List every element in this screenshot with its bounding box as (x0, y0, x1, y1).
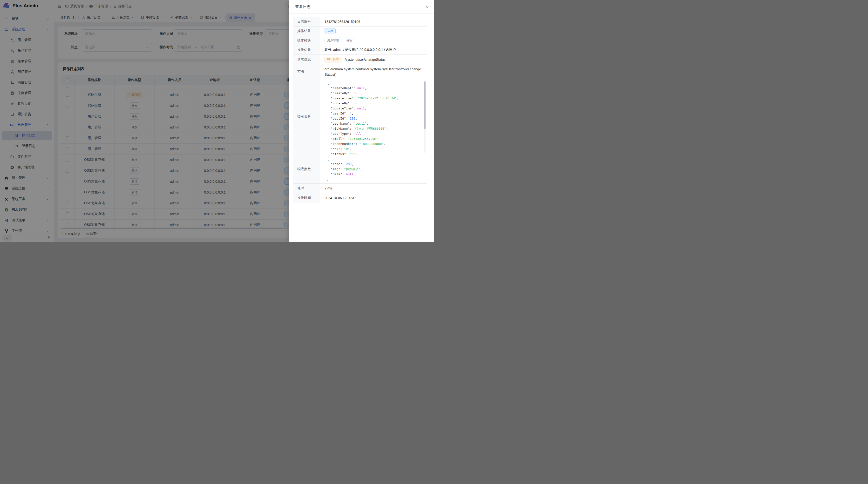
json-line: } (323, 177, 427, 182)
json-punct: , (367, 122, 369, 125)
log-id-value: 1842781986426159106 (324, 20, 360, 24)
json-punct: : (353, 86, 357, 90)
json-key: "userId" (331, 111, 346, 115)
json-value: "test1" (353, 122, 367, 125)
detail-row-response-params: 响应参数 {"code": 200,"msg": "操作成功","data": … (293, 155, 427, 184)
json-punct: : (344, 137, 348, 140)
json-key: "updateTime" (331, 106, 353, 110)
json-key: "createBy" (331, 91, 350, 95)
log-detail-table: 日志编号 1842781986426159106 操作结果 成功 操作模块 用户… (293, 17, 427, 203)
json-value: null (357, 106, 365, 110)
http-method-tag: PUT请求 (324, 57, 341, 62)
json-punct: { (327, 81, 329, 85)
detail-row-info: 操作信息 账号: admin / 研发部门 / 0:0:0:0:0:0:0:1 … (293, 45, 427, 55)
json-line: "nickName": "仅本人 密码666666", (323, 126, 427, 131)
json-value: null (353, 101, 361, 105)
json-punct: : (346, 117, 350, 120)
json-line: "createDept": null, (323, 86, 427, 91)
json-punct: : (340, 167, 344, 171)
json-key: "deptId" (331, 117, 346, 120)
request-url-value: /system/user/changeStatus (345, 58, 385, 61)
json-value: null (353, 132, 361, 135)
json-punct: } (327, 178, 329, 181)
detail-row-method: 方法 org.dromara.system.controller.system.… (293, 64, 427, 79)
operation-time-value: 2024-10-06 12:20:37 (324, 196, 356, 200)
json-punct: : (346, 152, 350, 155)
operation-type-tag: 修改 (344, 38, 355, 43)
detail-label: 操作结果 (293, 27, 320, 36)
json-punct: : (350, 101, 353, 105)
detail-row-module: 操作模块 用户管理 修改 (293, 36, 427, 45)
detail-label: 请求信息 (293, 55, 320, 64)
detail-row-result: 操作结果 成功 (293, 27, 427, 36)
json-value: "18888888888" (359, 142, 383, 146)
json-key: "userType" (331, 132, 350, 135)
json-value: 102 (350, 117, 355, 120)
close-icon[interactable] (425, 5, 429, 9)
json-value: "操作成功" (344, 167, 361, 171)
drawer-header: 查看日志 (289, 0, 434, 14)
detail-label: 操作信息 (293, 45, 320, 55)
json-line: { (323, 80, 427, 86)
json-punct: , (365, 106, 367, 110)
json-line: "userType": null, (323, 131, 427, 136)
json-key: "createTime" (331, 96, 353, 100)
json-value: null (353, 91, 361, 95)
operation-info-value: 账号: admin / 研发部门 / 0:0:0:0:0:0:0:1 / 内网I… (324, 48, 396, 52)
detail-row-request-params: 请求参数 {"createDept": null,"createBy": nul… (293, 79, 427, 155)
json-value: "0" (350, 152, 355, 155)
detail-label: 请求参数 (293, 79, 320, 155)
json-line: { (323, 156, 427, 161)
detail-label: 日志编号 (293, 17, 320, 26)
json-scrollbar-thumb[interactable] (424, 82, 426, 129)
json-line: "sex": "0", (323, 146, 427, 151)
detail-label: 响应参数 (293, 155, 320, 184)
response-params-json: {"code": 200,"msg": "操作成功","data": null} (323, 156, 427, 182)
json-punct: , (350, 147, 351, 151)
json-line: "phonenumber": "18888888888", (323, 141, 427, 146)
drawer-title: 查看日志 (295, 4, 311, 9)
cost-value: 7 ms (324, 186, 332, 190)
json-line: "msg": "操作成功", (323, 167, 427, 172)
json-value: null (346, 172, 353, 176)
request-params-json: {"createDept": null,"createBy": null,"cr… (323, 80, 427, 155)
detail-label: 操作时间 (293, 193, 320, 203)
json-line: "updateBy": null, (323, 101, 427, 106)
json-value: "2024-08-12 17:20:34" (357, 96, 397, 100)
page: Plus Admin 概览系统管理用户管理角色管理菜单管理部门管理岗位管理字典管… (0, 0, 434, 242)
json-punct: , (397, 96, 399, 100)
json-key: "msg" (331, 167, 340, 171)
json-value: "0" (344, 147, 350, 151)
json-punct: : (350, 127, 353, 130)
json-key: "nickName" (331, 127, 350, 130)
json-punct: , (351, 162, 353, 166)
json-punct: , (378, 137, 380, 140)
json-punct: , (355, 117, 357, 120)
json-punct: : (346, 111, 350, 115)
json-key: "data" (331, 172, 342, 176)
json-punct: , (351, 111, 353, 115)
json-key: "sex" (331, 147, 340, 151)
json-punct: , (361, 101, 363, 105)
json-punct: : (350, 122, 353, 125)
json-punct: : (353, 106, 357, 110)
log-detail-drawer: 查看日志 日志编号 1842781986426159106 操作结果 成功 操作… (289, 0, 434, 242)
json-key: "updateBy" (331, 101, 350, 105)
json-punct: : (353, 96, 357, 100)
json-line: "data": null (323, 172, 427, 177)
json-line: "createBy": null, (323, 91, 427, 96)
json-line: "status": "0", (323, 151, 427, 155)
json-value: 4 (350, 111, 351, 115)
detail-label: 耗时 (293, 184, 320, 193)
detail-label: 方法 (293, 64, 320, 79)
module-tag: 用户管理 (324, 38, 341, 43)
json-line: "createTime": "2024-08-12 17:20:34", (323, 96, 427, 101)
detail-row-time: 操作时间 2024-10-06 12:20:37 (293, 193, 427, 203)
json-key: "createDept" (331, 86, 353, 90)
json-punct: : (340, 147, 344, 151)
json-line: "email": "12345@1253.com", (323, 136, 427, 141)
json-punct: , (355, 152, 357, 155)
json-line: "userId": 4, (323, 111, 427, 116)
json-line: "code": 200, (323, 161, 427, 167)
json-punct: , (360, 167, 362, 171)
